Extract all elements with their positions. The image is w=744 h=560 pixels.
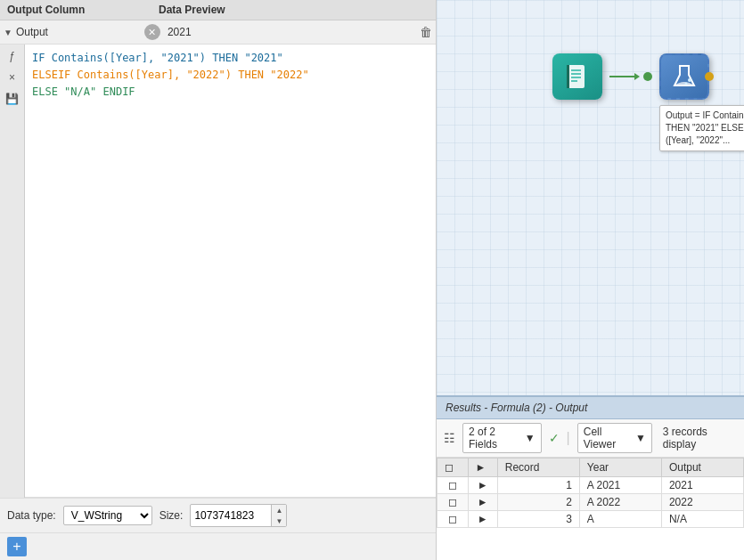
row-year-0: A 2021 (579, 477, 661, 494)
table-row: ◻ ► 1 A 2021 2021 (437, 477, 744, 494)
preview-value: 2021 (168, 26, 416, 38)
fields-selector[interactable]: 2 of 2 Fields ▼ (462, 423, 542, 453)
viewer-text: Cell Viewer (584, 426, 632, 450)
results-panel: Results - Formula (2) - Output ☷ 2 of 2 … (437, 395, 744, 560)
add-field-button[interactable]: + (7, 537, 27, 556)
size-input[interactable] (191, 507, 271, 523)
save-icon-button[interactable]: 💾 (3, 89, 22, 109)
connector-dot-green (643, 72, 652, 81)
records-info: 3 records display (663, 426, 737, 450)
table-header-row: ◻ ► Record Year Output (437, 459, 744, 477)
results-grid-icon: ☷ (444, 431, 455, 445)
node-label: Output = IF Contains([Year], "2021") THE… (659, 105, 744, 151)
th-arrow: ► (468, 459, 497, 477)
row-output-0: 2021 (661, 477, 743, 494)
row-num-0: 1 (497, 477, 579, 494)
function-x-button[interactable]: × (3, 68, 22, 87)
check-icon: ✓ (549, 431, 560, 445)
clear-field-button[interactable]: ✕ (144, 24, 160, 40)
size-spinner: ▲ ▼ (271, 505, 286, 526)
data-preview-header: Data Preview (159, 4, 429, 16)
th-output: Output (661, 459, 743, 477)
workflow-nodes: Output = IF Contains([Year], "2021") THE… (552, 53, 709, 100)
th-year: Year (579, 459, 661, 477)
size-up-button[interactable]: ▲ (272, 505, 286, 515)
row-year-1: A 2022 (579, 494, 661, 511)
row-num-1: 2 (497, 494, 579, 511)
svg-rect-1 (567, 65, 569, 88)
datatype-label: Data type: (7, 509, 56, 522)
workflow-canvas[interactable]: Output = IF Contains([Year], "2021") THE… (437, 0, 744, 395)
formula-node-wrapper: Output = IF Contains([Year], "2021") THE… (659, 53, 709, 100)
size-down-button[interactable]: ▼ (272, 515, 286, 526)
fields-selector-text: 2 of 2 Fields (469, 426, 521, 450)
size-label: Size: (159, 509, 184, 522)
formula-line-1: IF Contains([Year], "2021") THEN "2021" (32, 50, 429, 67)
delete-field-icon[interactable]: 🗑 (420, 25, 432, 39)
formula-editor[interactable]: IF Contains([Year], "2021") THEN "2021" … (25, 45, 436, 498)
chevron-down-icon: ▼ (4, 28, 12, 37)
results-header: Results - Formula (2) - Output (437, 397, 744, 419)
viewer-dropdown-icon: ▼ (635, 432, 646, 444)
output-field-row: ▼ Output ✕ 2021 🗑 (0, 20, 436, 45)
row-year-2: A (579, 511, 661, 528)
bottom-controls: Data type: V_WString Size: ▲ ▼ (0, 498, 436, 532)
formula-node[interactable] (659, 53, 709, 100)
cell-viewer-selector[interactable]: Cell Viewer ▼ (577, 423, 652, 453)
size-input-wrapper: ▲ ▼ (190, 504, 287, 527)
results-table: ◻ ► Record Year Output ◻ ► 1 A 2021 2021… (437, 458, 744, 528)
sidebar-icons: ƒ × 💾 (0, 45, 25, 498)
formula-icon-button[interactable]: ƒ (3, 46, 22, 66)
row-output-2: N/A (661, 511, 743, 528)
row-num-2: 3 (497, 511, 579, 528)
formula-main-area: ƒ × 💾 IF Contains([Year], "2021") THEN "… (0, 45, 436, 498)
formula-line-2: ELSEIF Contains([Year], "2022") THEN "20… (32, 67, 429, 84)
formula-line-3: ELSE "N/A" ENDIF (32, 84, 429, 101)
input-node[interactable] (552, 53, 602, 100)
right-panel: Output = IF Contains([Year], "2021") THE… (437, 0, 744, 560)
row-check-2[interactable]: ◻ (437, 511, 469, 528)
separator: | (567, 430, 570, 446)
row-arrow-0: ► (468, 477, 497, 494)
svg-point-7 (685, 83, 688, 85)
field-name-label: Output (16, 26, 141, 38)
table-row: ◻ ► 2 A 2022 2022 (437, 494, 744, 511)
connector-line-1 (609, 76, 636, 77)
output-column-header: Output Column (7, 4, 159, 16)
formula-content-area: IF Contains([Year], "2021") THEN "2021" … (25, 45, 436, 498)
fields-dropdown-icon: ▼ (525, 432, 536, 444)
panel-header: Output Column Data Preview (0, 0, 436, 20)
th-check: ◻ (437, 459, 469, 477)
row-arrow-2: ► (468, 511, 497, 528)
row-check-0[interactable]: ◻ (437, 477, 469, 494)
results-toolbar: ☷ 2 of 2 Fields ▼ ✓ | Cell Viewer ▼ 3 re… (437, 419, 744, 458)
row-check-1[interactable]: ◻ (437, 494, 469, 511)
table-row: ◻ ► 3 A N/A (437, 511, 744, 528)
row-output-1: 2022 (661, 494, 743, 511)
row-arrow-1: ► (468, 494, 497, 511)
connector-dot-yellow (705, 72, 714, 81)
svg-point-6 (688, 78, 691, 82)
th-record: Record (497, 459, 579, 477)
left-panel: Output Column Data Preview ▼ Output ✕ 20… (0, 0, 437, 560)
datatype-select[interactable]: V_WString (63, 506, 152, 525)
